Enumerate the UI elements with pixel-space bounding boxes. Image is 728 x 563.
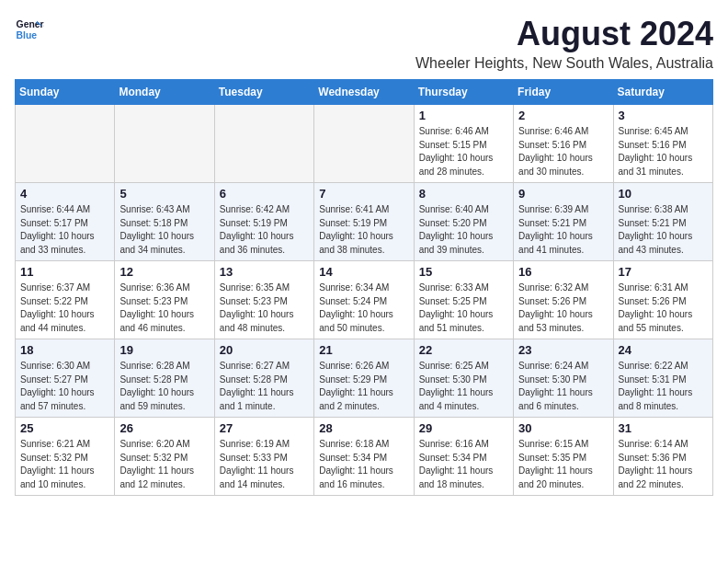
day-info: Sunrise: 6:22 AM Sunset: 5:31 PM Dayligh… [619,360,708,413]
day-info: Sunrise: 6:42 AM Sunset: 5:19 PM Dayligh… [220,203,309,257]
day-info: Sunrise: 6:40 AM Sunset: 5:20 PM Dayligh… [419,203,508,257]
calendar-cell: 8Sunrise: 6:40 AM Sunset: 5:20 PM Daylig… [414,183,513,261]
day-number: 6 [220,187,309,201]
calendar-cell: 23Sunrise: 6:24 AM Sunset: 5:30 PM Dayli… [514,339,613,418]
calendar-cell [314,105,414,183]
day-info: Sunrise: 6:45 AM Sunset: 5:16 PM Dayligh… [619,125,708,178]
calendar-cell: 20Sunrise: 6:27 AM Sunset: 5:28 PM Dayli… [214,339,313,418]
day-number: 1 [419,109,508,122]
day-number: 2 [518,109,608,122]
title-section: August 2024 Wheeler Heights, New South W… [415,15,713,72]
day-number: 21 [319,343,408,357]
day-info: Sunrise: 6:25 AM Sunset: 5:30 PM Dayligh… [419,360,508,413]
day-number: 20 [220,343,309,357]
day-number: 23 [518,343,608,357]
day-info: Sunrise: 6:36 AM Sunset: 5:23 PM Dayligh… [119,282,209,335]
calendar-cell: 18Sunrise: 6:30 AM Sunset: 5:27 PM Dayli… [16,339,115,418]
calendar-cell: 17Sunrise: 6:31 AM Sunset: 5:26 PM Dayli… [613,261,712,339]
day-info: Sunrise: 6:26 AM Sunset: 5:29 PM Dayligh… [319,360,408,413]
day-number: 8 [419,187,508,201]
day-info: Sunrise: 6:30 AM Sunset: 5:27 PM Dayligh… [20,360,109,413]
day-header-sunday: Sunday [16,80,115,105]
day-number: 31 [619,421,708,435]
day-header-thursday: Thursday [414,80,513,105]
day-number: 14 [319,265,408,279]
day-header-monday: Monday [115,80,214,105]
calendar-cell: 7Sunrise: 6:41 AM Sunset: 5:19 PM Daylig… [314,183,414,261]
calendar-cell: 27Sunrise: 6:19 AM Sunset: 5:33 PM Dayli… [214,418,313,496]
day-info: Sunrise: 6:44 AM Sunset: 5:17 PM Dayligh… [20,203,109,257]
day-number: 5 [119,187,209,201]
calendar-cell [115,105,214,183]
page-title: August 2024 [415,15,713,53]
calendar-cell: 25Sunrise: 6:21 AM Sunset: 5:32 PM Dayli… [16,418,115,496]
day-number: 17 [619,265,708,279]
day-info: Sunrise: 6:41 AM Sunset: 5:19 PM Dayligh… [319,203,408,257]
day-info: Sunrise: 6:32 AM Sunset: 5:26 PM Dayligh… [518,282,608,335]
day-number: 29 [419,421,508,435]
calendar-cell: 9Sunrise: 6:39 AM Sunset: 5:21 PM Daylig… [514,183,613,261]
day-number: 7 [319,187,408,201]
day-info: Sunrise: 6:35 AM Sunset: 5:23 PM Dayligh… [220,282,309,335]
page-header: General Blue August 2024 Wheeler Heights… [15,15,713,72]
day-info: Sunrise: 6:28 AM Sunset: 5:28 PM Dayligh… [119,360,209,413]
day-info: Sunrise: 6:46 AM Sunset: 5:15 PM Dayligh… [419,125,508,178]
calendar-week-5: 25Sunrise: 6:21 AM Sunset: 5:32 PM Dayli… [16,418,713,496]
day-number: 26 [119,421,209,435]
subtitle: Wheeler Heights, New South Wales, Austra… [415,55,713,72]
day-info: Sunrise: 6:16 AM Sunset: 5:34 PM Dayligh… [419,438,508,491]
day-info: Sunrise: 6:21 AM Sunset: 5:32 PM Dayligh… [20,438,109,491]
calendar-cell: 10Sunrise: 6:38 AM Sunset: 5:21 PM Dayli… [613,183,712,261]
day-header-tuesday: Tuesday [214,80,313,105]
day-number: 30 [518,421,608,435]
calendar-cell: 1Sunrise: 6:46 AM Sunset: 5:15 PM Daylig… [414,105,513,183]
calendar-cell: 12Sunrise: 6:36 AM Sunset: 5:23 PM Dayli… [115,261,214,339]
day-info: Sunrise: 6:24 AM Sunset: 5:30 PM Dayligh… [518,360,608,413]
day-number: 12 [119,265,209,279]
calendar-cell: 19Sunrise: 6:28 AM Sunset: 5:28 PM Dayli… [115,339,214,418]
calendar-cell [16,105,115,183]
day-header-friday: Friday [514,80,613,105]
day-number: 22 [419,343,508,357]
header-row: SundayMondayTuesdayWednesdayThursdayFrid… [16,80,713,105]
day-number: 13 [220,265,309,279]
day-number: 4 [20,187,109,201]
day-info: Sunrise: 6:34 AM Sunset: 5:24 PM Dayligh… [319,282,408,335]
calendar-cell: 15Sunrise: 6:33 AM Sunset: 5:25 PM Dayli… [414,261,513,339]
calendar-cell: 13Sunrise: 6:35 AM Sunset: 5:23 PM Dayli… [214,261,313,339]
svg-text:Blue: Blue [17,30,38,40]
calendar-week-3: 11Sunrise: 6:37 AM Sunset: 5:22 PM Dayli… [16,261,713,339]
calendar-cell: 3Sunrise: 6:45 AM Sunset: 5:16 PM Daylig… [613,105,712,183]
day-info: Sunrise: 6:33 AM Sunset: 5:25 PM Dayligh… [419,282,508,335]
calendar-cell [214,105,313,183]
calendar-week-4: 18Sunrise: 6:30 AM Sunset: 5:27 PM Dayli… [16,339,713,418]
day-info: Sunrise: 6:19 AM Sunset: 5:33 PM Dayligh… [220,438,309,491]
calendar-cell: 31Sunrise: 6:14 AM Sunset: 5:36 PM Dayli… [613,418,712,496]
day-number: 25 [20,421,109,435]
day-number: 16 [518,265,608,279]
day-header-wednesday: Wednesday [314,80,414,105]
day-number: 27 [220,421,309,435]
day-header-saturday: Saturday [613,80,712,105]
day-info: Sunrise: 6:46 AM Sunset: 5:16 PM Dayligh… [518,125,608,178]
day-info: Sunrise: 6:18 AM Sunset: 5:34 PM Dayligh… [319,438,408,491]
calendar-week-1: 1Sunrise: 6:46 AM Sunset: 5:15 PM Daylig… [16,105,713,183]
day-number: 28 [319,421,408,435]
day-info: Sunrise: 6:43 AM Sunset: 5:18 PM Dayligh… [119,203,209,257]
calendar-cell: 30Sunrise: 6:15 AM Sunset: 5:35 PM Dayli… [514,418,613,496]
calendar-table: SundayMondayTuesdayWednesdayThursdayFrid… [15,79,713,496]
calendar-cell: 5Sunrise: 6:43 AM Sunset: 5:18 PM Daylig… [115,183,214,261]
day-info: Sunrise: 6:39 AM Sunset: 5:21 PM Dayligh… [518,203,608,257]
day-number: 24 [619,343,708,357]
calendar-cell: 6Sunrise: 6:42 AM Sunset: 5:19 PM Daylig… [214,183,313,261]
calendar-cell: 14Sunrise: 6:34 AM Sunset: 5:24 PM Dayli… [314,261,414,339]
calendar-cell: 28Sunrise: 6:18 AM Sunset: 5:34 PM Dayli… [314,418,414,496]
calendar-cell: 21Sunrise: 6:26 AM Sunset: 5:29 PM Dayli… [314,339,414,418]
calendar-cell: 16Sunrise: 6:32 AM Sunset: 5:26 PM Dayli… [514,261,613,339]
day-number: 18 [20,343,109,357]
day-number: 11 [20,265,109,279]
day-info: Sunrise: 6:15 AM Sunset: 5:35 PM Dayligh… [518,438,608,491]
calendar-week-2: 4Sunrise: 6:44 AM Sunset: 5:17 PM Daylig… [16,183,713,261]
day-number: 15 [419,265,508,279]
day-info: Sunrise: 6:20 AM Sunset: 5:32 PM Dayligh… [119,438,209,491]
